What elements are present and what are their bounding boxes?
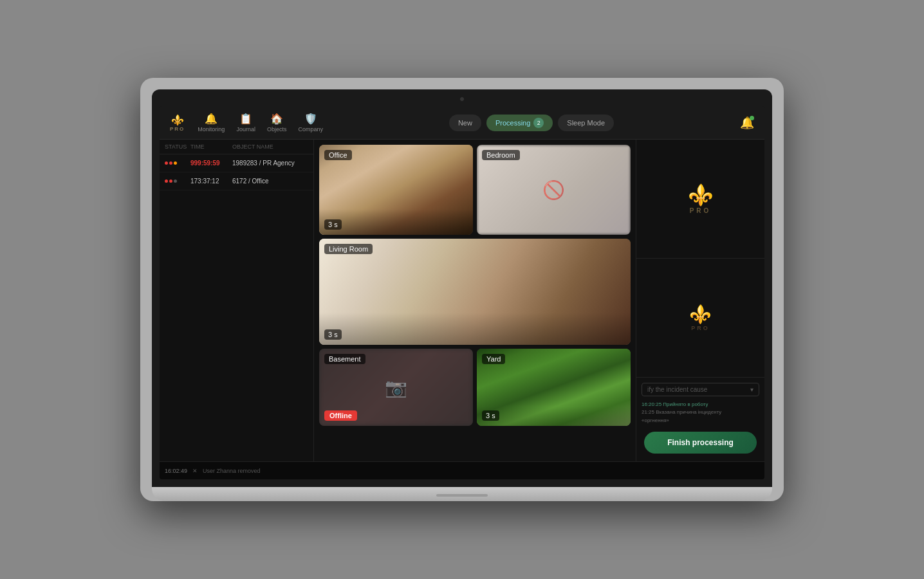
table-header: Status Time Object Name bbox=[160, 140, 313, 154]
logo-icon: ⚜️ bbox=[171, 114, 184, 126]
pro-logo-large: ⚜️ PRO bbox=[688, 183, 714, 214]
objects-label: Objects bbox=[267, 126, 287, 133]
camera-basement[interactable]: 📷 Basement Offline bbox=[319, 349, 473, 426]
status-header: Status bbox=[165, 143, 190, 150]
pro-label: PRO bbox=[688, 207, 714, 214]
dot-3 bbox=[174, 161, 177, 165]
journal-label: Journal bbox=[236, 126, 255, 133]
livingroom-timer: 3 s bbox=[324, 329, 342, 340]
right-bottom: ify the incident cause ▾ 16:20:25 Прийня… bbox=[636, 378, 764, 461]
logo-text: PRO bbox=[170, 126, 185, 132]
camera-row-3: 📷 Basement Offline Yard 3 s bbox=[319, 349, 631, 426]
time-1: 999:59:59 bbox=[190, 160, 232, 167]
pro-logo-mid: ⚜️ PRO bbox=[689, 304, 712, 331]
yard-label: Yard bbox=[482, 354, 505, 364]
right-panel: ⚜️ PRO ⚜️ PRO ify the in bbox=[636, 140, 764, 461]
shield-icon-mid: ⚜️ bbox=[689, 304, 712, 325]
time-header: Time bbox=[190, 143, 232, 150]
livingroom-label: Living Room bbox=[324, 244, 373, 254]
bottom-message: User Zhanna removed bbox=[203, 468, 261, 474]
camera-row-1: Office 3 s 🚫 Bedroom bbox=[319, 145, 631, 235]
basement-label: Basement bbox=[324, 354, 365, 364]
livingroom-feed bbox=[319, 239, 631, 345]
finish-processing-button[interactable]: Finish processing bbox=[644, 432, 757, 454]
table-row[interactable]: 173:37:12 6172 / Office bbox=[160, 172, 313, 190]
camera-bedroom[interactable]: 🚫 Bedroom bbox=[477, 145, 631, 235]
bell-dot bbox=[750, 116, 754, 120]
office-label: Office bbox=[324, 150, 352, 160]
new-button[interactable]: New bbox=[449, 115, 481, 131]
dot-6 bbox=[174, 179, 177, 183]
dot-1 bbox=[165, 161, 168, 165]
dot-2 bbox=[169, 161, 172, 165]
camera-livingroom[interactable]: Living Room 3 s bbox=[319, 239, 631, 345]
objects-icon: 🏠 bbox=[270, 113, 283, 125]
company-icon: 🛡️ bbox=[304, 113, 317, 125]
main-content: Status Time Object Name 999:59:59 198 bbox=[160, 140, 764, 461]
camera-yard[interactable]: Yard 3 s bbox=[477, 349, 631, 426]
sleep-mode-button[interactable]: Sleep Mode bbox=[558, 115, 614, 131]
top-navigation: ⚜️ PRO 🔔 Monitoring 📋 Journal bbox=[160, 106, 764, 140]
left-panel: Status Time Object Name 999:59:59 198 bbox=[160, 140, 314, 461]
camera-grid: Office 3 s 🚫 Bedroom bbox=[314, 140, 636, 461]
obj-2: 6172 / Office bbox=[232, 178, 308, 185]
incident-dropdown[interactable]: ify the incident cause ▾ bbox=[642, 383, 759, 396]
office-timer: 3 s bbox=[324, 219, 342, 230]
bottom-time: 16:02:49 bbox=[165, 468, 187, 474]
shield-icon-large: ⚜️ bbox=[688, 183, 714, 207]
nav-left: ⚜️ PRO 🔔 Monitoring 📋 Journal bbox=[170, 113, 323, 133]
video-slash-icon: 📷 bbox=[385, 377, 407, 398]
eye-slash-icon: 🚫 bbox=[542, 179, 565, 201]
nav-monitoring[interactable]: 🔔 Monitoring bbox=[198, 113, 225, 133]
log-1: 16:20:25 Прийнято в роботу bbox=[642, 401, 759, 408]
obj-1: 1989283 / PR Agency bbox=[232, 160, 308, 167]
offline-badge: Offline bbox=[324, 410, 357, 421]
camera-row-2: Living Room 3 s bbox=[319, 239, 631, 345]
dot-4 bbox=[165, 179, 168, 183]
dropdown-label: ify the incident cause bbox=[647, 386, 707, 393]
yard-timer: 3 s bbox=[482, 410, 499, 421]
dot-5 bbox=[169, 179, 172, 183]
nav-objects[interactable]: 🏠 Objects bbox=[267, 113, 287, 133]
logo: ⚜️ PRO bbox=[170, 114, 185, 132]
log-3-text: «оргнення» bbox=[642, 418, 669, 423]
time-2: 173:37:12 bbox=[190, 178, 232, 185]
nav-center-buttons: New Processing 2 Sleep Mode bbox=[449, 115, 614, 131]
nav-right: 🔔 bbox=[740, 116, 754, 130]
company-label: Company bbox=[298, 126, 323, 133]
close-icon: ✕ bbox=[192, 468, 198, 474]
processing-button[interactable]: Processing 2 bbox=[486, 115, 553, 131]
right-top: ⚜️ PRO bbox=[636, 140, 764, 259]
monitoring-label: Monitoring bbox=[198, 126, 225, 133]
camera-office[interactable]: Office 3 s bbox=[319, 145, 473, 235]
log-3: «оргнення» bbox=[642, 418, 759, 424]
journal-icon: 📋 bbox=[239, 113, 252, 125]
pro-label-mid: PRO bbox=[689, 325, 712, 331]
monitoring-icon: 🔔 bbox=[205, 113, 217, 125]
nav-items: 🔔 Monitoring 📋 Journal 🏠 Objects bbox=[198, 113, 323, 133]
processing-count: 2 bbox=[533, 118, 544, 128]
bottom-bar: 16:02:49 ✕ User Zhanna removed bbox=[160, 461, 764, 479]
notification-bell[interactable]: 🔔 bbox=[740, 116, 754, 130]
log-1-text: 16:20:25 Прийнято в роботу bbox=[642, 401, 708, 407]
processing-label: Processing bbox=[495, 119, 530, 127]
object-header: Object Name bbox=[232, 143, 308, 150]
bedroom-label: Bedroom bbox=[482, 150, 520, 160]
status-dots-1 bbox=[165, 161, 190, 165]
right-middle: ⚜️ PRO bbox=[636, 259, 764, 378]
nav-journal[interactable]: 📋 Journal bbox=[236, 113, 255, 133]
table-row[interactable]: 999:59:59 1989283 / PR Agency bbox=[160, 154, 313, 172]
chevron-down-icon: ▾ bbox=[750, 386, 753, 393]
log-2: 21:25 Вказана причина інциденту bbox=[642, 409, 759, 416]
status-dots-2 bbox=[165, 179, 190, 183]
log-2-text: 21:25 Вказана причина інциденту bbox=[642, 409, 721, 415]
log-entries: 16:20:25 Прийнято в роботу 21:25 Вказана… bbox=[642, 399, 759, 427]
nav-company[interactable]: 🛡️ Company bbox=[298, 113, 323, 133]
